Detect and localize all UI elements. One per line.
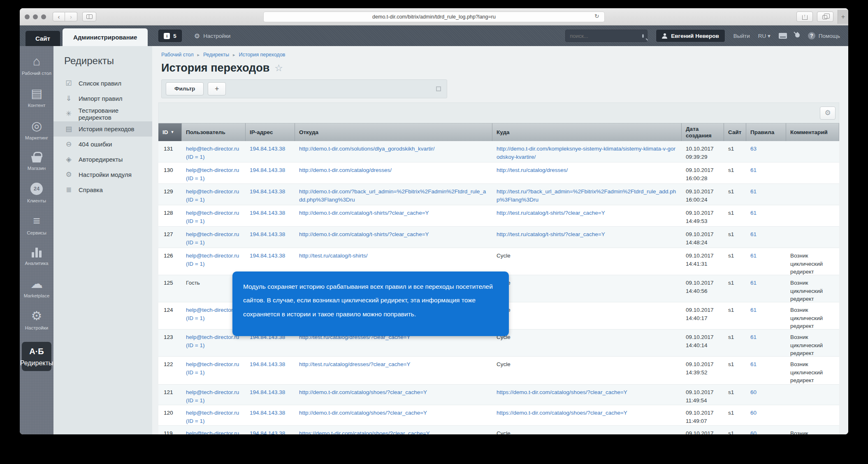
user-link[interactable]: help@tech-director.ru xyxy=(186,360,241,369)
user-link[interactable]: help@tech-director.ru xyxy=(186,188,241,196)
user-id[interactable]: (ID = 1) xyxy=(186,217,241,225)
user-id[interactable]: (ID = 1) xyxy=(186,341,241,350)
source-url-link[interactable]: http://demo.t-dir.com/catalog/shoes/?cle… xyxy=(299,409,488,417)
user-id[interactable]: (ID = 1) xyxy=(186,239,241,247)
rule-link[interactable]: 61 xyxy=(750,361,757,367)
user-link[interactable]: help@tech-director.ru xyxy=(186,230,241,239)
user-id[interactable]: (ID = 1) xyxy=(186,417,241,425)
source-url-link[interactable]: http://test.ru/catalog/t-shirts/ xyxy=(299,252,488,260)
help-button[interactable]: ? Помощь xyxy=(808,32,840,39)
rule-link[interactable]: 61 xyxy=(750,231,757,237)
breadcrumb-link[interactable]: Редиректы xyxy=(203,52,229,58)
hotkeys-icon[interactable] xyxy=(779,33,787,39)
tab-admin[interactable]: Администрирование xyxy=(63,28,148,46)
tab-site[interactable]: Сайт xyxy=(26,31,60,46)
rail-item-clients[interactable]: 24 Клиенты xyxy=(21,183,52,204)
filter-button[interactable]: Фильтр xyxy=(166,82,204,95)
user-link[interactable]: help@tech-director.ru xyxy=(186,429,241,434)
breadcrumb-link[interactable]: Рабочий стол xyxy=(161,52,193,58)
rule-link[interactable]: 63 xyxy=(750,146,757,152)
rule-link[interactable]: 60 xyxy=(750,389,757,395)
target-url-link[interactable]: http://test.ru/?back_url_admin=%2Fbitrix… xyxy=(497,188,678,204)
search-input[interactable] xyxy=(570,33,642,39)
user-id[interactable]: (ID = 1) xyxy=(186,174,241,183)
rail-item-services[interactable]: Сервисы xyxy=(21,215,52,236)
user-link[interactable]: help@tech-director.ru xyxy=(186,252,241,260)
source-url-link[interactable]: http://demo.t-dir.com/?back_url_admin=%2… xyxy=(299,188,488,204)
sidebar-toggle-button[interactable] xyxy=(82,12,96,21)
ip-link[interactable]: 194.84.143.38 xyxy=(250,253,285,259)
source-url-link[interactable]: http://demo.t-dir.com/catalog/shoes/?cle… xyxy=(299,388,488,397)
minimize-window-icon[interactable] xyxy=(33,14,38,19)
favorite-star-icon[interactable]: ☆ xyxy=(274,63,283,74)
expand-filter-icon[interactable] xyxy=(436,86,441,91)
menu-item-1[interactable]: Импорт правил xyxy=(53,91,152,106)
user-link[interactable]: help@tech-director.ru xyxy=(186,209,241,217)
url-field[interactable] xyxy=(263,12,605,22)
rule-link[interactable]: 61 xyxy=(750,188,757,195)
target-url-link[interactable]: http://test.ru/catalog/t-shirts/?clear_c… xyxy=(497,230,678,239)
menu-item-7[interactable]: Справка xyxy=(53,182,152,197)
menu-item-2[interactable]: Тестирование редиректов xyxy=(53,106,152,121)
ip-link[interactable]: 194.84.143.38 xyxy=(250,210,285,216)
column-header-date[interactable]: Дата создания xyxy=(682,123,724,141)
target-url-link[interactable]: https://demo.t-dir.com/catalog/shoes/?cl… xyxy=(497,388,678,397)
menu-item-6[interactable]: Настройки модуля xyxy=(53,167,152,182)
menu-item-4[interactable]: 404 ошибки xyxy=(53,137,152,152)
user-link[interactable]: help@tech-director.ru xyxy=(186,145,241,153)
target-url-link[interactable]: http://test.ru/catalog/dresses/ xyxy=(497,166,678,174)
target-url-link[interactable]: http://demo.t-dir.com/kompleksnye-sistem… xyxy=(497,145,678,161)
rule-link[interactable]: 61 xyxy=(750,280,757,286)
rail-item-marketing[interactable]: Маркетинг xyxy=(21,120,52,141)
source-url-link[interactable]: http://demo.t-dir.com/catalog/t-shirts/?… xyxy=(299,209,488,217)
column-header-rule[interactable]: Правила xyxy=(746,123,786,141)
user-link[interactable]: help@tech-director.ru xyxy=(186,388,241,397)
language-dropdown[interactable]: RU ▾ xyxy=(758,32,771,39)
rule-link[interactable]: 61 xyxy=(750,307,757,313)
user-id[interactable]: (ID = 1) xyxy=(186,196,241,204)
target-url-link[interactable]: http://test.ru/catalog/t-shirts/?clear_c… xyxy=(497,209,678,217)
menu-item-0[interactable]: Список правил xyxy=(53,76,152,91)
rail-item-redirects-active[interactable]: А·Б Редиректы xyxy=(22,342,51,371)
rail-item-marketplace[interactable]: Marketplace xyxy=(21,278,52,299)
ip-link[interactable]: 194.84.143.38 xyxy=(250,146,285,152)
source-url-link[interactable]: http://demo.t-dir.com/catalog/t-shirts/?… xyxy=(299,230,488,239)
topbar-settings-button[interactable]: ⚙ Настройки xyxy=(194,32,231,40)
rail-item-shop[interactable]: Магазин xyxy=(21,152,52,171)
menu-item-3[interactable]: История переходов xyxy=(53,121,152,137)
user-id[interactable]: (ID = 1) xyxy=(186,397,241,405)
pin-icon[interactable] xyxy=(794,32,801,39)
rail-item-settings[interactable]: Настройки xyxy=(21,310,52,331)
search-box[interactable] xyxy=(565,30,648,42)
rule-link[interactable]: 61 xyxy=(750,210,757,216)
zoom-window-icon[interactable] xyxy=(41,14,46,19)
new-tab-button[interactable]: + xyxy=(838,10,848,24)
source-url-link[interactable]: http://demo.t-dir.com/solutions/dlya_gor… xyxy=(299,145,488,153)
reload-icon[interactable]: ↻ xyxy=(594,13,599,19)
rule-link[interactable]: 60 xyxy=(750,430,757,434)
column-header-ip[interactable]: IP-адрес xyxy=(246,123,295,141)
ip-link[interactable]: 194.84.143.38 xyxy=(250,361,285,367)
column-header-site[interactable]: Сайт xyxy=(724,123,746,141)
user-button[interactable]: Евгений Неверов xyxy=(656,29,725,42)
tabs-overview-button[interactable] xyxy=(817,12,833,22)
rule-link[interactable]: 61 xyxy=(750,334,757,340)
ip-link[interactable]: 194.84.143.38 xyxy=(250,389,285,395)
source-url-link[interactable]: http://demo.t-dir.com/catalog/dresses/ xyxy=(299,166,488,174)
rule-link[interactable]: 61 xyxy=(750,253,757,259)
source-url-link[interactable]: https://demo.t-dir.com/catalog/shoes/?cl… xyxy=(299,429,488,434)
breadcrumb-link[interactable]: История переходов xyxy=(239,52,285,58)
target-url-link[interactable]: https://demo.t-dir.com/catalog/shoes/?cl… xyxy=(497,409,678,417)
logout-link[interactable]: Выйти xyxy=(733,33,750,39)
user-id[interactable]: (ID = 1) xyxy=(186,153,241,161)
ip-link[interactable]: 194.84.143.38 xyxy=(250,231,285,237)
rail-item-content[interactable]: Контент xyxy=(21,87,52,108)
back-button[interactable]: ‹ xyxy=(53,12,65,21)
notifications-button[interactable]: i 5 xyxy=(158,30,182,42)
rule-link[interactable]: 61 xyxy=(750,167,757,173)
rail-item-analytics[interactable]: Аналитика xyxy=(21,247,52,266)
add-filter-button[interactable]: + xyxy=(208,82,226,95)
ip-link[interactable]: 194.84.143.38 xyxy=(250,410,285,416)
source-url-link[interactable]: http://test.ru/catalog/dresses/?clear_ca… xyxy=(299,360,488,369)
grid-settings-button[interactable]: ⚙ xyxy=(820,107,836,120)
